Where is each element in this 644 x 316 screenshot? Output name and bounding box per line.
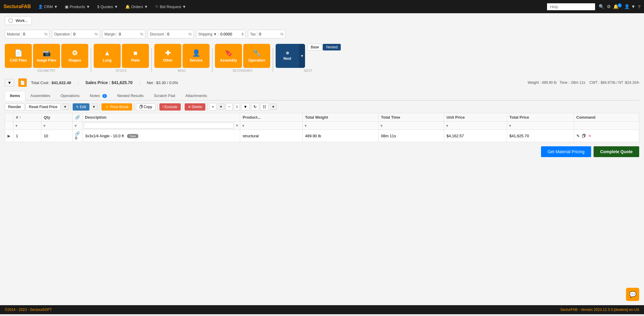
delete-button[interactable]: ✕ Delete [185,103,206,111]
info-button[interactable]: I [234,103,240,111]
tab-items[interactable]: Items [5,91,25,101]
filter-button[interactable]: ▼ [241,103,250,111]
filter-weight-cell: ▼ [302,122,378,130]
reorder-button[interactable]: Reorder [5,103,24,111]
material-input[interactable] [21,31,42,37]
nav-products[interactable]: ▣ Products ▼ [62,3,93,10]
gear-icon[interactable]: ⚙ [607,4,611,9]
tax-input[interactable] [257,31,278,37]
plate-button[interactable]: ■ Plate [122,44,149,68]
price-break-button[interactable]: ⚡ Price Break [101,103,132,111]
filter-unit-price-icon[interactable]: ▼ [445,124,449,128]
reset-fixed-price-button[interactable]: Reset Fixed Price [26,103,61,111]
row-copy-icon[interactable]: 🗍 [582,134,586,138]
operation-label: Operation [54,32,70,36]
tab-attachments[interactable]: Attachments [180,91,212,100]
tab-assemblies[interactable]: Assemblies [25,91,55,100]
filter-num-icon[interactable]: ▼ [15,124,18,128]
nav-quotes[interactable]: $ Quotes ▼ [94,3,121,10]
work-checkbox[interactable] [9,19,13,23]
grid-caret[interactable]: ▼ [270,104,277,110]
help-search-input[interactable] [547,3,595,10]
nav-bid-request[interactable]: ⚐ Bid Request ▼ [152,3,189,10]
chat-button[interactable]: 💬 [626,288,639,301]
shapes-button[interactable]: ⚙ Shapes [61,44,88,68]
col-total-price[interactable]: Total Price [507,113,574,122]
nest-container: ⚙ Nest ▼ [276,44,305,68]
refresh-button[interactable]: ↻ [251,103,259,111]
link-icon[interactable]: 🔗 0 [75,131,80,140]
tab-notes[interactable]: Notes 0 [85,91,112,100]
plus-caret[interactable]: ▼ [218,104,225,110]
col-description[interactable]: Description [83,113,240,122]
get-material-pricing-button[interactable]: Get Material Pricing [541,146,591,157]
cad-files-button[interactable]: 📄 CAD Files [5,44,32,68]
filter-qty-icon[interactable]: ▼ [43,124,46,128]
row-product-cell: structural [240,130,303,142]
filter-link-icon[interactable]: ▼ [74,124,77,128]
filter-desc-icon[interactable]: ▼ [235,123,239,128]
operation-input[interactable] [71,31,92,37]
navbar-icons: 🔍 ⚙ 🔔0 👤 ▼ ? [599,4,640,9]
other-button[interactable]: ✚ Other [154,44,181,68]
tab-operations[interactable]: Operations [55,91,85,100]
brand-logo[interactable]: SecturaFAB [4,4,31,9]
long-button[interactable]: ▲ Long [94,44,121,68]
row-command-cell: ✎ 🗍 ✕ 1 [574,130,639,142]
bell-icon[interactable]: 🔔0 [613,4,622,9]
filter-command-cell [574,122,639,130]
service-button[interactable]: 👤 Service [183,44,210,68]
filter-unit-price-cell: ▼ [444,122,507,130]
base-toggle-button[interactable]: Base [307,44,322,50]
filter-time-cell: ▼ [379,122,444,130]
col-unit-price[interactable]: Unit Price [444,113,507,122]
description-filter-input[interactable] [84,123,234,129]
nav-orders[interactable]: 🔔 Orders ▼ [122,3,151,10]
col-product[interactable]: Product... [240,113,303,122]
reset-caret[interactable]: ▼ [62,104,69,110]
orange-square-button[interactable]: 📄 [18,78,27,87]
divider-1 [91,48,91,72]
tab-scratch-pad[interactable]: Scratch Pad [149,91,180,100]
assembly-button[interactable]: 🔖 Assembly [215,44,242,68]
discount-input[interactable] [165,31,186,37]
complete-quote-button[interactable]: Complete Quote [594,146,639,157]
grid-button[interactable]: ☷ [260,103,269,111]
minus-button[interactable]: − [226,103,233,111]
row-delete-icon[interactable]: ✕ [588,134,591,138]
user-icon[interactable]: 👤 ▼ [624,4,636,9]
search-icon[interactable]: 🔍 [599,4,604,9]
filter-total-price-icon[interactable]: ▼ [508,124,512,128]
nest-button[interactable]: ⚙ Nest [276,44,299,68]
plus-button[interactable]: + [209,103,216,111]
filter-product-cell: ▼ [240,122,303,130]
brand-part1: Sectura [4,4,21,9]
row-product-value: structural [243,134,259,138]
filter-num-cell: ▼ [14,122,41,130]
download-arrow-button[interactable]: ▼ [5,79,14,87]
copy-button[interactable]: 🗍 Copy [136,103,156,111]
shipping-input[interactable] [218,31,239,37]
sales-price-label: Sales Price : [85,80,110,85]
col-total-weight[interactable]: Total Weight [302,113,378,122]
col-num[interactable]: # ↑ [14,113,41,122]
help-icon[interactable]: ? [638,4,640,9]
edit-caret[interactable]: ▼ [91,104,98,110]
expand-icon[interactable]: ▶ [8,134,11,138]
nested-toggle-button[interactable]: Nested [323,44,341,50]
image-files-button[interactable]: 📷 Image Files [33,44,60,68]
exclude-button[interactable]: ! Exclude [159,103,181,111]
col-total-time[interactable]: Total Time [379,113,444,122]
tab-nested-results[interactable]: Nested Results [112,91,149,100]
filter-weight-icon[interactable]: ▼ [304,124,307,128]
row-edit-icon[interactable]: ✎ [576,134,580,138]
top-card: Work... [5,16,32,25]
operation-button[interactable]: 🔧 Operation [243,44,270,68]
margin-input[interactable] [116,31,138,37]
col-qty[interactable]: Qty [41,113,72,122]
nest-caret-button[interactable]: ▼ [299,44,305,68]
edit-button[interactable]: ✎ Edit [73,103,89,111]
filter-time-icon[interactable]: ▼ [380,124,383,128]
nav-crm[interactable]: 👤 CRM ▼ [35,3,61,10]
filter-product-icon[interactable]: ▼ [241,124,245,128]
